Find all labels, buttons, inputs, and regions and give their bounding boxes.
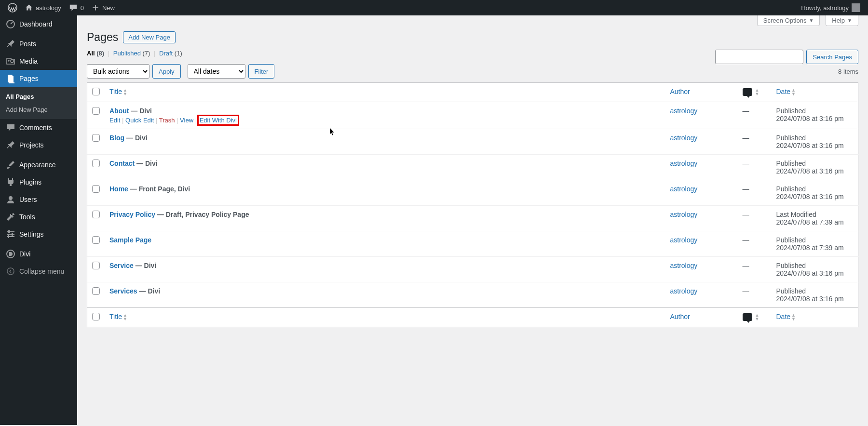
page-state: — Divi — [137, 287, 160, 295]
page-title-link[interactable]: About — [109, 107, 129, 115]
row-checkbox[interactable] — [92, 262, 100, 269]
page-title-link[interactable]: Sample Page — [109, 236, 151, 244]
menu-projects[interactable]: Projects — [0, 136, 77, 154]
table-row: About — Divi Edit | Quick Edit | Trash |… — [87, 102, 858, 129]
bulk-actions-select[interactable]: Bulk actions — [87, 64, 149, 79]
author-link[interactable]: astrology — [670, 160, 698, 167]
author-link[interactable]: astrology — [670, 134, 698, 142]
table-row: Home — Front Page, Divi astrology — Publ… — [87, 180, 858, 206]
search-input[interactable] — [715, 50, 803, 64]
avatar — [852, 3, 860, 12]
date-filter-select[interactable]: All dates — [188, 64, 245, 79]
plus-icon — [92, 4, 99, 12]
sort-icon: ▲▼ — [123, 88, 127, 96]
col-title-sort[interactable]: Title▲▼ — [109, 313, 127, 320]
submenu-add-new[interactable]: Add New Page — [0, 103, 77, 116]
menu-tools[interactable]: Tools — [0, 208, 77, 226]
menu-divi[interactable]: Divi — [0, 245, 77, 263]
chevron-down-icon: ▼ — [847, 18, 852, 23]
submenu-all-pages[interactable]: All Pages — [0, 90, 77, 103]
menu-settings[interactable]: Settings — [0, 226, 77, 243]
menu-appearance[interactable]: Appearance — [0, 156, 77, 173]
row-checkbox[interactable] — [92, 287, 100, 295]
add-new-page-button[interactable]: Add New Page — [123, 31, 176, 43]
author-link[interactable]: astrology — [670, 185, 698, 193]
col-date-sort[interactable]: Date▲▼ — [776, 88, 796, 95]
toolbar-comments[interactable]: 0 — [65, 0, 88, 15]
comments-cell: — — [738, 102, 772, 129]
comment-icon — [743, 313, 752, 321]
svg-point-5 — [9, 196, 13, 200]
author-link[interactable]: astrology — [670, 287, 698, 295]
row-checkbox[interactable] — [92, 185, 100, 193]
row-checkbox[interactable] — [92, 134, 100, 142]
filter-all[interactable]: All (8) — [87, 50, 104, 57]
site-name-link[interactable]: astrology — [21, 0, 65, 15]
filter-draft[interactable]: Draft (1) — [159, 50, 182, 57]
filter-button[interactable]: Filter — [248, 64, 275, 79]
menu-plugins[interactable]: Plugins — [0, 173, 77, 191]
action-edit-with-divi[interactable]: Edit With Divi — [199, 116, 238, 124]
wp-logo[interactable] — [4, 0, 21, 15]
page-title-link[interactable]: Home — [109, 185, 128, 193]
page-title-link[interactable]: Service — [109, 262, 134, 269]
brush-icon — [6, 160, 15, 170]
col-comments[interactable]: ▲▼ — [738, 83, 772, 102]
page-title-link[interactable]: Blog — [109, 134, 124, 142]
date-cell: Last Modified2024/07/08 at 7:39 am — [772, 206, 858, 231]
page-state: — Divi — [129, 107, 151, 115]
action-trash[interactable]: Trash — [159, 117, 175, 124]
toolbar-new[interactable]: New — [88, 0, 119, 15]
row-checkbox[interactable] — [92, 107, 100, 115]
author-link[interactable]: astrology — [670, 107, 698, 115]
menu-dashboard[interactable]: Dashboard — [0, 15, 77, 33]
screen-options-button[interactable]: Screen Options ▼ — [757, 15, 820, 26]
row-checkbox[interactable] — [92, 236, 100, 244]
plugin-icon — [6, 177, 15, 187]
page-state: — Divi — [124, 134, 147, 142]
sliders-icon — [6, 229, 15, 239]
col-comments[interactable]: ▲▼ — [738, 308, 772, 327]
comment-icon — [6, 123, 15, 133]
search-pages-button[interactable]: Search Pages — [806, 50, 858, 64]
action-view[interactable]: View — [180, 117, 193, 124]
author-link[interactable]: astrology — [670, 211, 698, 218]
wrench-icon — [6, 212, 15, 222]
page-state: — Front Page, Divi — [128, 185, 190, 193]
pages-table: Title▲▼ Author ▲▼ Date▲▼ About — Divi Ed… — [87, 82, 858, 327]
col-title-sort[interactable]: Title▲▼ — [109, 88, 127, 95]
howdy-link[interactable]: Howdy, astrology — [797, 0, 864, 15]
row-checkbox[interactable] — [92, 211, 100, 218]
row-checkbox[interactable] — [92, 160, 100, 167]
apply-button[interactable]: Apply — [152, 64, 181, 79]
admin-sidebar: Dashboard Posts Media Pages All Pages Ad… — [0, 15, 77, 425]
menu-media[interactable]: Media — [0, 53, 77, 70]
menu-comments[interactable]: Comments — [0, 119, 77, 136]
filter-published[interactable]: Published (7) — [113, 50, 150, 57]
page-title-link[interactable]: Contact — [109, 160, 135, 167]
date-cell: Published2024/07/08 at 3:16 pm — [772, 129, 858, 155]
new-label: New — [102, 4, 115, 12]
date-cell: Published2024/07/08 at 7:39 am — [772, 231, 858, 257]
action-quick-edit[interactable]: Quick Edit — [125, 117, 154, 124]
menu-users[interactable]: Users — [0, 191, 77, 208]
author-link[interactable]: astrology — [670, 262, 698, 269]
col-author: Author — [665, 83, 738, 102]
sort-icon: ▲▼ — [791, 88, 796, 96]
menu-collapse[interactable]: Collapse menu — [0, 263, 77, 280]
author-link[interactable]: astrology — [670, 236, 698, 244]
action-edit[interactable]: Edit — [109, 117, 120, 124]
page-title-link[interactable]: Privacy Policy — [109, 211, 155, 218]
menu-posts[interactable]: Posts — [0, 35, 77, 53]
pages-icon — [6, 74, 15, 83]
table-row: Service — Divi astrology — Published2024… — [87, 257, 858, 282]
page-title-link[interactable]: Services — [109, 287, 137, 295]
help-button[interactable]: Help ▼ — [826, 15, 858, 26]
select-all-checkbox[interactable] — [92, 88, 100, 95]
svg-point-7 — [7, 268, 14, 275]
comments-cell: — — [738, 231, 772, 257]
comment-icon — [743, 88, 752, 96]
col-date-sort[interactable]: Date▲▼ — [776, 313, 796, 320]
menu-pages[interactable]: Pages — [0, 70, 77, 87]
select-all-checkbox[interactable] — [92, 313, 100, 320]
